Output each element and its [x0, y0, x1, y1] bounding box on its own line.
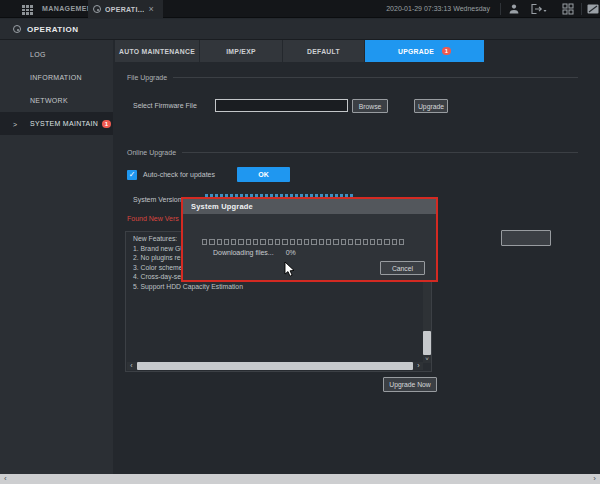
tab-auto-maintenance[interactable]: AUTO MAINTENANCE — [115, 40, 199, 62]
operation-tab-label: OPERATI... — [105, 6, 144, 13]
close-tab-icon[interactable]: × — [148, 5, 153, 14]
upgrade-button-label: Upgrade — [418, 103, 444, 110]
manual-check-button-clipped[interactable] — [501, 230, 551, 246]
firmware-file-input[interactable] — [215, 99, 348, 112]
operation-header-icon — [13, 25, 21, 33]
apps-grid-icon[interactable] — [562, 3, 575, 15]
main-menu-grid-icon[interactable] — [22, 5, 35, 15]
logout-icon[interactable] — [530, 3, 548, 15]
progress-label: Downloading files... — [213, 249, 274, 256]
topbar-divider — [500, 3, 501, 15]
sidebar: LOG INFORMATION NETWORK > SYSTEM MAINTAI… — [0, 40, 113, 474]
mouse-cursor — [284, 261, 296, 282]
sidebar-item-label: LOG — [30, 51, 46, 58]
tab-default[interactable]: DEFAULT — [283, 40, 364, 62]
window-header: OPERATION — [0, 19, 600, 40]
tab-label: DEFAULT — [307, 48, 340, 55]
download-status-text: Downloading files...0% — [213, 249, 296, 256]
upgrade-now-label: Upgrade Now — [389, 381, 431, 388]
page-horizontal-scrollbar[interactable]: ‹ › — [0, 474, 600, 484]
progress-segments — [202, 239, 404, 245]
scroll-left-icon[interactable]: ‹ — [127, 362, 136, 370]
scroll-left-icon[interactable]: ‹ — [0, 474, 11, 484]
horizontal-scrollbar-thumb[interactable] — [137, 362, 413, 370]
section-divider — [182, 152, 578, 153]
upgrade-tabs: AUTO MAINTENANCE IMP/EXP DEFAULT UPGRADE… — [115, 40, 484, 62]
top-bar: MANAGEMENT OPERATI... × 2020-01-29 07:33… — [0, 0, 600, 18]
display-icon[interactable] — [587, 3, 600, 15]
system-upgrade-dialog: System Upgrade Downloading files...0% Ca… — [181, 197, 438, 282]
user-icon[interactable] — [508, 3, 521, 15]
sidebar-item-log[interactable]: LOG — [0, 43, 113, 66]
upgrade-now-button[interactable]: Upgrade Now — [383, 377, 437, 392]
sidebar-item-information[interactable]: INFORMATION — [0, 66, 113, 89]
auto-check-label: Auto-check for updates — [143, 171, 215, 178]
section-divider — [173, 77, 578, 78]
tab-operation-top[interactable]: OPERATI... × — [88, 0, 163, 18]
feature-line: 5. Support HDD Capacity Estimation — [133, 282, 243, 292]
file-upgrade-section-header: File Upgrade — [127, 74, 578, 81]
operation-tab-icon — [93, 5, 101, 13]
sidebar-item-label: NETWORK — [30, 97, 68, 104]
browse-button-label: Browse — [359, 103, 382, 110]
found-new-version-text: Found New Vers — [127, 215, 179, 222]
online-upgrade-section-header: Online Upgrade — [127, 149, 578, 156]
datetime-display: 2020-01-29 07:33:13 Wednesday — [386, 5, 490, 12]
system-version-label: System Version — [133, 196, 182, 203]
notification-badge: 1 — [442, 47, 451, 55]
dialog-title: System Upgrade — [191, 202, 253, 211]
vertical-scrollbar-thumb[interactable] — [423, 331, 431, 355]
upgrade-button[interactable]: Upgrade — [414, 99, 448, 113]
cancel-button-label: Cancel — [392, 265, 413, 272]
page-title: OPERATION — [27, 25, 78, 34]
features-horizontal-scrollbar[interactable]: ‹ › — [127, 362, 423, 370]
firmware-file-label: Select Firmware File — [133, 102, 197, 109]
tab-label: IMP/EXP — [226, 48, 256, 55]
dialog-title-bar[interactable]: System Upgrade — [183, 199, 436, 214]
tab-imp-exp[interactable]: IMP/EXP — [200, 40, 282, 62]
cancel-button[interactable]: Cancel — [380, 261, 425, 275]
tab-label: AUTO MAINTENANCE — [119, 48, 195, 55]
sidebar-item-label: SYSTEM MAINTAIN — [30, 120, 98, 127]
app-window: MANAGEMENT OPERATI... × 2020-01-29 07:33… — [0, 0, 600, 484]
scroll-right-icon[interactable]: › — [414, 362, 423, 370]
sidebar-item-system-maintain[interactable]: > SYSTEM MAINTAIN 1 — [0, 112, 113, 135]
notification-badge: 1 — [102, 120, 111, 128]
tab-label: UPGRADE — [398, 48, 434, 55]
ok-button-label: OK — [258, 171, 269, 178]
sidebar-item-label: INFORMATION — [30, 74, 82, 81]
topbar-divider-2 — [581, 3, 582, 15]
progress-percent: 0% — [286, 249, 296, 256]
sidebar-item-network[interactable]: NETWORK — [0, 89, 113, 112]
scroll-down-icon[interactable]: ˅ — [423, 355, 431, 363]
section-title: Online Upgrade — [127, 149, 176, 156]
browse-button[interactable]: Browse — [352, 99, 388, 113]
section-title: File Upgrade — [127, 74, 167, 81]
auto-check-checkbox[interactable]: ✓ — [127, 170, 137, 180]
chevron-right-icon: > — [13, 120, 17, 127]
scroll-right-icon[interactable]: › — [589, 474, 600, 484]
tab-upgrade[interactable]: UPGRADE 1 — [365, 40, 484, 62]
ok-button[interactable]: OK — [237, 167, 290, 182]
